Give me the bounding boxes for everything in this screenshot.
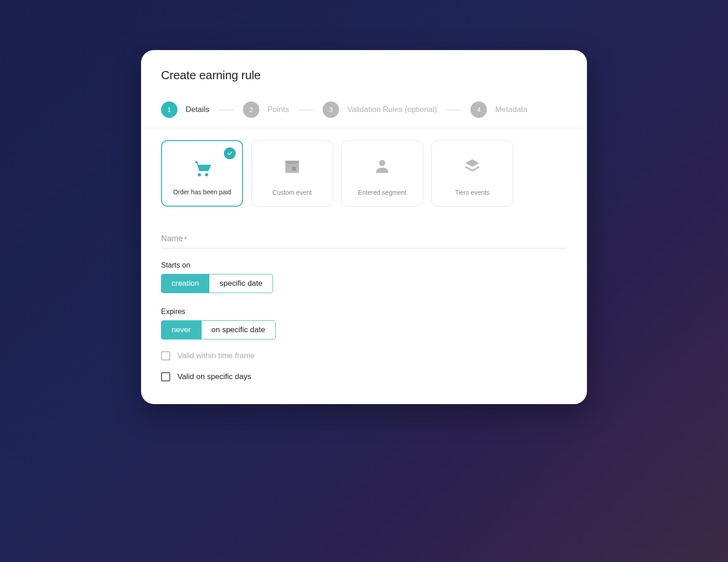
expires-never-button[interactable]: never: [162, 321, 201, 339]
stepper: 1 Details 2 Points 3 Validation Rules (o…: [161, 101, 567, 118]
person-icon: [342, 157, 423, 175]
svg-point-1: [205, 173, 208, 176]
valid-time-frame-label: Valid within time frame: [177, 351, 255, 360]
step-label-2: Points: [268, 105, 289, 114]
checkbox-icon[interactable]: [161, 372, 170, 381]
svg-point-0: [197, 173, 201, 176]
expires-specific-date-button[interactable]: on specific date: [201, 321, 275, 339]
type-card-label: Tiers events: [455, 189, 490, 196]
page-title: Create earning rule: [161, 68, 567, 82]
svg-rect-4: [292, 167, 296, 171]
valid-specific-days-label: Valid on specific days: [177, 372, 251, 381]
divider: [141, 128, 587, 128]
step-validation-rules[interactable]: 3 Validation Rules (optional): [323, 101, 437, 118]
valid-specific-days-row[interactable]: Valid on specific days: [161, 372, 567, 381]
svg-point-5: [379, 160, 385, 166]
step-label-3: Validation Rules (optional): [347, 105, 437, 114]
valid-time-frame-row[interactable]: Valid within time frame: [161, 351, 567, 360]
checkbox-icon[interactable]: [161, 351, 170, 360]
expires-toggle: never on specific date: [161, 320, 276, 339]
step-connector: [218, 110, 234, 110]
step-number-2: 2: [243, 101, 259, 118]
step-points[interactable]: 2 Points: [243, 101, 289, 118]
step-connector: [298, 110, 313, 110]
type-card-label: Order has been paid: [173, 188, 231, 196]
starts-on-creation-button[interactable]: creation: [162, 274, 209, 293]
cart-icon: [162, 157, 242, 179]
starts-on-specific-date-button[interactable]: specific date: [209, 274, 273, 293]
step-connector: [446, 110, 461, 110]
step-label-4: Metadata: [495, 105, 527, 114]
step-label-1: Details: [186, 105, 209, 114]
layers-icon: [432, 157, 513, 175]
name-label: Name: [161, 234, 183, 243]
step-metadata[interactable]: 4 Metadata: [470, 101, 527, 118]
step-number-3: 3: [323, 101, 339, 118]
svg-rect-3: [285, 161, 299, 164]
expires-label: Expires: [161, 308, 567, 316]
starts-on-label: Starts on: [161, 261, 567, 269]
rule-type-cards: Order has been paid Custom event Entered…: [161, 140, 567, 207]
name-input[interactable]: Name *: [161, 231, 567, 248]
starts-on-toggle: creation specific date: [161, 274, 273, 293]
modal-card: Create earning rule 1 Details 2 Points 3…: [141, 50, 587, 404]
type-card-order-paid[interactable]: Order has been paid: [161, 140, 243, 207]
type-card-entered-segment[interactable]: Entered segment: [341, 140, 423, 207]
required-indicator: *: [184, 235, 187, 243]
type-card-label: Entered segment: [358, 189, 407, 196]
type-card-label: Custom event: [273, 189, 312, 196]
calendar-icon: [252, 157, 333, 175]
step-details[interactable]: 1 Details: [161, 101, 209, 118]
type-card-custom-event[interactable]: Custom event: [251, 140, 333, 207]
step-number-4: 4: [470, 101, 487, 118]
type-card-tiers-events[interactable]: Tiers events: [431, 140, 513, 207]
step-number-1: 1: [161, 101, 177, 118]
